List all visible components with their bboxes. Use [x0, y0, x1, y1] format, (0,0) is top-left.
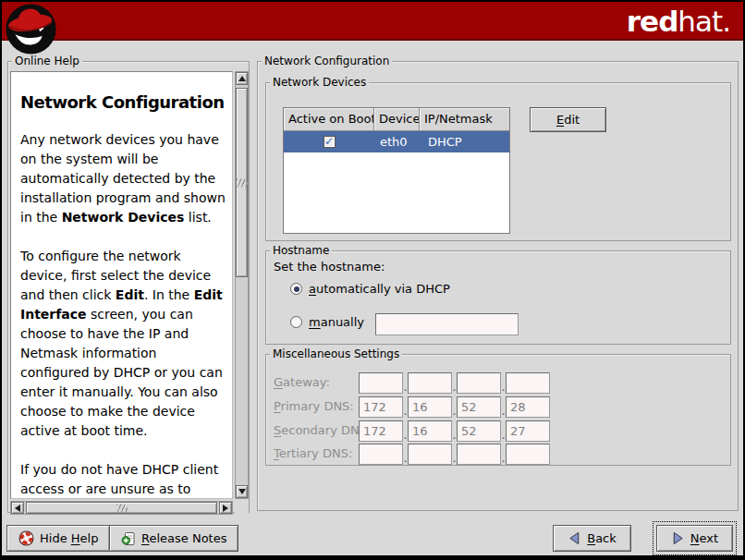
- radio-button-selected[interactable]: [290, 283, 302, 295]
- next-arrow-icon: [671, 531, 685, 545]
- network-configuration-frame: Network Configuration Network Devices Ac…: [257, 61, 739, 511]
- back-button[interactable]: Back: [553, 525, 631, 552]
- secondary-dns-row: Secondary DNS: . . .: [266, 420, 730, 442]
- radio-button-unselected[interactable]: [290, 316, 302, 328]
- scroll-right-icon: [223, 505, 228, 512]
- column-header-ip-netmask[interactable]: IP/Netmask: [420, 108, 509, 131]
- release-notes-icon: [121, 531, 136, 546]
- scrollbar-corner: [235, 501, 249, 515]
- help-text-view: Network Configuration Any network device…: [10, 71, 233, 499]
- manual-label: manually: [309, 315, 364, 329]
- device-cell: eth0: [374, 135, 420, 149]
- hostname-auto-dhcp-option[interactable]: automatically via DHCP: [290, 282, 450, 296]
- installer-window: redhat. Online Help Network Configuratio…: [0, 0, 745, 560]
- release-notes-button[interactable]: Release Notes: [109, 525, 238, 552]
- primary-dns-octet-1: [359, 396, 403, 418]
- scroll-down-icon: [238, 489, 246, 494]
- hide-help-button[interactable]: Hide Help: [6, 525, 110, 552]
- wordmark-red: red: [627, 5, 678, 38]
- tertiary-dns-label: Tertiary DNS:: [274, 446, 352, 460]
- help-title: Network Configuration: [20, 92, 226, 112]
- auto-dhcp-label: automatically via DHCP: [309, 282, 450, 296]
- edit-button[interactable]: Edit: [530, 107, 606, 132]
- vertical-scroll-thumb[interactable]: [236, 88, 248, 277]
- network-devices-frame: Network Devices Active on Boot Device IP…: [265, 82, 731, 241]
- network-configuration-frame-label: Network Configuration: [262, 55, 392, 67]
- redhat-wordmark: redhat.: [627, 5, 730, 38]
- secondary-dns-octet-1: [359, 420, 403, 442]
- help-paragraph-2: To configure the network device, first s…: [20, 247, 226, 441]
- help-horizontal-scrollbar[interactable]: [10, 501, 233, 515]
- active-on-boot-checkbox[interactable]: ✓: [324, 136, 336, 148]
- horizontal-scroll-thumb[interactable]: [26, 502, 217, 514]
- network-devices-table: Active on Boot Device IP/Netmask ✓ eth0 …: [283, 107, 510, 234]
- gateway-octet-4: [506, 372, 550, 394]
- secondary-dns-octet-2: [408, 420, 452, 442]
- tertiary-dns-octet-2: [408, 444, 452, 465]
- wordmark-hat: hat.: [678, 5, 730, 38]
- gateway-row: Gateway: . . .: [266, 372, 730, 394]
- primary-dns-label: Primary DNS:: [274, 399, 354, 413]
- tertiary-dns-octet-3: [457, 444, 501, 465]
- hostname-manual-option[interactable]: manually: [290, 315, 364, 329]
- scroll-right-button[interactable]: [219, 502, 232, 514]
- help-paragraph-1: Any network devices you have on the syst…: [20, 130, 226, 227]
- back-arrow-icon: [568, 531, 581, 545]
- secondary-dns-octet-3: [457, 420, 501, 442]
- scroll-up-icon: [238, 76, 246, 81]
- manual-hostname-input: [375, 313, 519, 335]
- tertiary-dns-octet-1: [359, 444, 403, 465]
- edit-button-label: Edit: [556, 113, 580, 127]
- scroll-up-button[interactable]: [236, 72, 248, 85]
- next-label: Next: [690, 531, 718, 545]
- gateway-label: Gateway:: [274, 375, 330, 389]
- table-row-eth0[interactable]: ✓ eth0 DHCP: [284, 131, 509, 152]
- next-button[interactable]: Next: [656, 525, 733, 552]
- primary-dns-row: Primary DNS: . . .: [266, 396, 730, 418]
- ip-netmask-cell: DHCP: [420, 135, 509, 149]
- tertiary-dns-row: Tertiary DNS: . . .: [266, 444, 730, 465]
- help-paragraph-3: If you do not have DHCP client access or…: [20, 460, 226, 499]
- secondary-dns-label: Secondary DNS:: [274, 423, 371, 437]
- gateway-octet-2: [408, 372, 452, 394]
- scroll-left-icon: [15, 505, 20, 512]
- help-vertical-scrollbar[interactable]: [235, 71, 249, 499]
- online-help-frame-label: Online Help: [12, 55, 82, 67]
- gateway-octet-1: [359, 372, 403, 394]
- column-header-active-on-boot[interactable]: Active on Boot: [284, 108, 374, 131]
- tertiary-dns-octet-4: [506, 444, 550, 465]
- secondary-dns-octet-4: [506, 420, 550, 442]
- scroll-left-button[interactable]: [11, 502, 24, 514]
- back-label: Back: [587, 531, 617, 545]
- online-help-frame: Online Help Network Configuration Any ne…: [7, 61, 250, 513]
- gateway-octet-3: [457, 372, 501, 394]
- network-devices-frame-label: Network Devices: [270, 76, 369, 89]
- scroll-down-button[interactable]: [236, 485, 248, 498]
- set-hostname-label: Set the hostname:: [274, 260, 385, 274]
- primary-dns-octet-2: [408, 396, 452, 418]
- miscellaneous-settings-frame-label: Miscellaneous Settings: [270, 347, 402, 360]
- hostname-frame: Hostname Set the hostname: automatically…: [265, 250, 731, 345]
- hostname-frame-label: Hostname: [270, 244, 332, 257]
- release-notes-label: Release Notes: [141, 531, 226, 545]
- miscellaneous-settings-frame: Miscellaneous Settings Gateway: . . . Pr…: [265, 354, 731, 466]
- header-banner: redhat.: [2, 2, 743, 41]
- primary-dns-octet-4: [506, 396, 550, 418]
- hide-help-label: Hide Help: [40, 531, 98, 545]
- column-header-device[interactable]: Device: [374, 108, 420, 131]
- life-preserver-icon: [18, 530, 34, 546]
- table-header-row: Active on Boot Device IP/Netmask: [284, 108, 509, 131]
- primary-dns-octet-3: [457, 396, 501, 418]
- redhat-shadowman-logo: [5, 2, 57, 55]
